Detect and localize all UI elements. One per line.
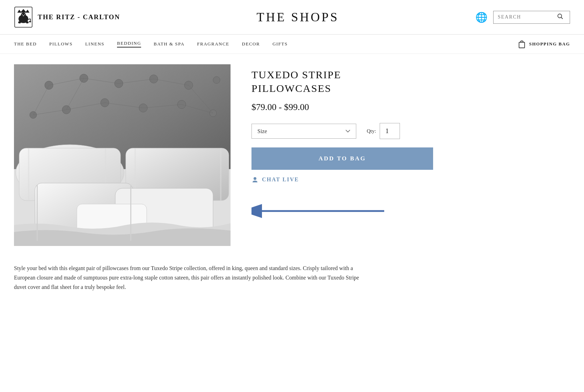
svg-point-7 (18, 21, 21, 23)
svg-point-8 (26, 21, 29, 23)
add-to-bag-button[interactable]: ADD TO BAG (251, 147, 433, 170)
svg-point-40 (254, 177, 256, 180)
svg-point-20 (213, 77, 220, 84)
main-content: TUXEDO STRIPE PILLOWCASES $79.00 - $99.0… (0, 54, 489, 256)
site-title: THE SHOPS (257, 10, 339, 24)
svg-rect-34 (220, 148, 221, 201)
nav-link-decor[interactable]: DECOR (242, 41, 260, 47)
chat-live-row[interactable]: CHAT LIVE (251, 176, 475, 183)
nav-link-the-bed[interactable]: THE BED (14, 41, 37, 47)
search-input[interactable] (498, 14, 557, 20)
header-right: 🌐 (475, 11, 570, 24)
product-title: TUXEDO STRIPE PILLOWCASES (251, 68, 475, 95)
product-details: TUXEDO STRIPE PILLOWCASES $79.00 - $99.0… (251, 64, 475, 246)
nav-links: THE BED PILLOWS LINENS BEDDING BATH & SP… (14, 41, 288, 48)
nav-link-bath-spa[interactable]: BATH & SPA (154, 41, 184, 47)
qty-input[interactable] (380, 123, 400, 139)
shopping-bag-area[interactable]: SHOPPING BAG (518, 39, 570, 49)
size-select[interactable]: Size Standard Queen King (251, 124, 356, 139)
svg-point-4 (22, 14, 23, 15)
header-center: THE SHOPS (127, 10, 468, 24)
svg-point-3 (21, 13, 26, 17)
svg-rect-12 (519, 42, 525, 48)
shopping-bag-label: SHOPPING BAG (529, 41, 570, 47)
svg-rect-38 (37, 185, 38, 241)
nav-bar: THE BED PILLOWS LINENS BEDDING BATH & SP… (0, 35, 584, 54)
svg-rect-39 (130, 185, 131, 241)
arrow-svg (251, 194, 391, 222)
product-image-area (14, 64, 231, 246)
header: THE RITZ - CARLTON THE SHOPS 🌐 (0, 0, 584, 35)
brand-name: THE RITZ - CARLTON (38, 13, 120, 21)
product-image-svg (14, 64, 231, 246)
nav-link-bedding[interactable]: BEDDING (117, 41, 141, 48)
svg-point-5 (24, 14, 25, 15)
description-area: Style your bed with this elegant pair of… (0, 256, 384, 306)
svg-line-11 (561, 17, 563, 19)
logo-area: THE RITZ - CARLTON (14, 6, 120, 28)
description-text: Style your bed with this elegant pair of… (14, 263, 370, 292)
arrow-annotation (251, 194, 475, 222)
svg-rect-30 (28, 148, 29, 201)
product-price: $79.00 - $99.00 (251, 102, 475, 112)
nav-link-linens[interactable]: LINENS (85, 41, 104, 47)
svg-point-10 (558, 14, 562, 18)
search-button[interactable] (557, 13, 563, 21)
nav-link-gifts[interactable]: GIFTS (272, 41, 288, 47)
nav-link-fragrance[interactable]: FRAGRANCE (197, 41, 229, 47)
options-row: Size Standard Queen King Qty: (251, 123, 475, 139)
svg-point-6 (23, 15, 24, 16)
globe-icon[interactable]: 🌐 (475, 12, 488, 23)
nav-link-pillows[interactable]: PILLOWS (49, 41, 73, 47)
svg-marker-1 (17, 9, 29, 13)
shopping-bag-icon (518, 39, 526, 49)
svg-point-9 (29, 21, 31, 22)
qty-label: Qty: (367, 128, 376, 134)
search-box (493, 11, 570, 24)
chat-icon (251, 176, 258, 183)
qty-area: Qty: (367, 123, 400, 139)
logo-icon (14, 6, 33, 28)
chat-live-label: CHAT LIVE (262, 176, 299, 183)
search-icon (557, 13, 563, 20)
product-image (14, 64, 231, 246)
